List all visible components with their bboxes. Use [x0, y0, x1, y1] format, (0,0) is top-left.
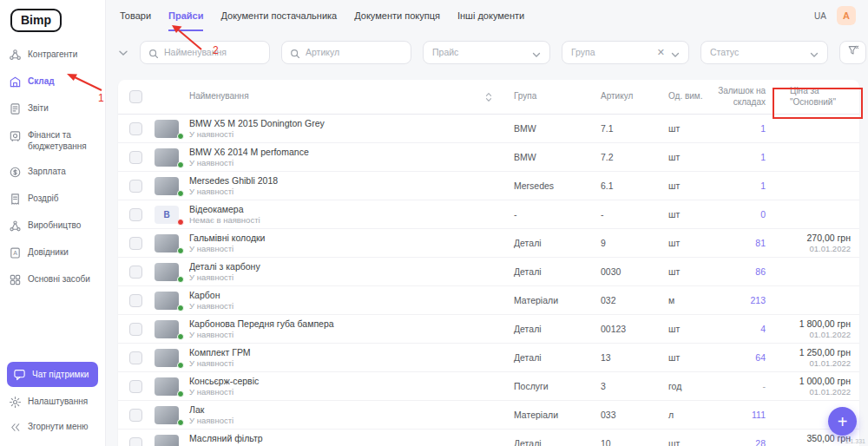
table-row[interactable]: Лак У наявності Матеріали 033 л 111: [118, 401, 859, 430]
table-row[interactable]: B Відеокамера Немає в наявності - - шт 0: [118, 200, 859, 229]
column-header-sku[interactable]: Артикул: [594, 91, 661, 102]
table-row[interactable]: Деталі з карбону У наявності Деталі 0030…: [118, 258, 859, 286]
column-header-name[interactable]: Найменування: [189, 91, 249, 102]
row-checkbox[interactable]: [129, 351, 142, 364]
chat-support-button[interactable]: Чат підтримки: [7, 362, 98, 387]
filters-collapse-chevron-icon[interactable]: [118, 44, 128, 60]
sidebar-item-label: Контрагенти: [28, 49, 77, 61]
sidebar-item-finance[interactable]: Фінанси та бюджетування: [7, 127, 98, 155]
product-unit: шт: [661, 209, 710, 220]
stock-link[interactable]: 4: [760, 324, 766, 334]
filter-bar: Прайс Група ✕ Статус: [106, 40, 861, 64]
product-thumbnail: [155, 406, 179, 424]
language-switcher[interactable]: UA: [814, 11, 826, 21]
sidebar-item-salary[interactable]: Зарплата: [7, 163, 98, 182]
select-all-checkbox[interactable]: [129, 90, 142, 103]
table-row[interactable]: BMW X5 M 2015 Donington Grey У наявності…: [118, 115, 859, 143]
sidebar-item-label: Згорнути меню: [28, 422, 89, 433]
product-group: Матеріали: [507, 295, 594, 305]
clear-group-icon[interactable]: ✕: [657, 48, 665, 57]
row-checkbox[interactable]: [129, 122, 142, 135]
column-header-price[interactable]: Ціна за "Основний": [776, 86, 859, 108]
chevron-down-icon: [532, 49, 541, 56]
column-header-stock[interactable]: Залишок на складах: [710, 86, 776, 108]
price-select[interactable]: Прайс: [423, 41, 550, 64]
collapse-menu-button[interactable]: Згорнути меню: [7, 418, 98, 437]
row-checkbox[interactable]: [129, 266, 142, 279]
sidebar-item-retail[interactable]: Роздріб: [7, 190, 98, 209]
stock-link[interactable]: 1: [760, 123, 766, 134]
tab-buyer-documents[interactable]: Документи покупця: [354, 0, 440, 31]
add-button[interactable]: +: [828, 407, 857, 436]
row-checkbox[interactable]: [129, 294, 142, 307]
product-group: Послуги: [507, 381, 594, 391]
clear-filters-button[interactable]: [839, 41, 866, 64]
tab-other-documents[interactable]: Інші документи: [457, 0, 524, 31]
product-name: Mersedes Ghibli 2018: [189, 175, 493, 186]
table-row[interactable]: Карбон У наявності Матеріали 032 м 213: [118, 286, 859, 315]
thumb-cell: [153, 349, 182, 367]
stock-link[interactable]: 0: [760, 209, 766, 220]
row-checkbox[interactable]: [129, 380, 142, 393]
row-checkbox[interactable]: [129, 409, 142, 422]
tab-supplier-documents[interactable]: Документи постачальника: [220, 0, 337, 31]
product-name: Масляний фільтр: [189, 433, 493, 443]
status-select[interactable]: Статус: [700, 41, 828, 64]
table-body: BMW X5 M 2015 Donington Grey У наявності…: [118, 115, 859, 446]
stock-link[interactable]: 1: [760, 152, 766, 162]
group-select[interactable]: Група ✕: [562, 41, 689, 64]
stock-link[interactable]: 111: [752, 410, 766, 420]
product-name: Відеокамера: [189, 204, 493, 214]
sidebar-item-production[interactable]: Виробництво: [7, 217, 98, 236]
chat-support-label: Чат підтримки: [32, 370, 89, 379]
tab-prices[interactable]: Прайси: [168, 0, 203, 31]
table-row[interactable]: Консьєрж-сервіс У наявності Послуги 3 го…: [118, 372, 859, 401]
sidebar-item-label: Основні засоби: [28, 274, 90, 285]
sidebar-item-fixed-assets[interactable]: Основні засоби: [7, 271, 98, 290]
column-header-unit[interactable]: Од. вим.: [661, 91, 710, 102]
product-status: Немає в наявності: [189, 215, 493, 225]
sidebar-item-directories[interactable]: A Довідники: [7, 244, 98, 263]
stock-link[interactable]: 81: [755, 238, 766, 248]
sidebar-item-label: Виробництво: [28, 220, 81, 232]
stock-link[interactable]: 86: [755, 266, 766, 277]
column-header-group[interactable]: Група: [507, 91, 594, 102]
product-thumbnail: [155, 349, 179, 367]
stock-link[interactable]: 64: [755, 352, 766, 363]
sidebar-item-reports[interactable]: Звіти: [7, 100, 98, 119]
row-checkbox[interactable]: [129, 237, 142, 250]
avatar[interactable]: A: [837, 6, 856, 25]
row-checkbox[interactable]: [129, 437, 142, 446]
name-search-input[interactable]: [164, 47, 261, 57]
sidebar-item-contractors[interactable]: Контрагенти: [7, 46, 98, 65]
stock-link[interactable]: 213: [750, 295, 766, 305]
row-checkbox[interactable]: [129, 208, 142, 221]
sidebar-item-settings[interactable]: Налаштування: [7, 393, 98, 412]
table-row[interactable]: Гальмівні колодки У наявності Деталі 9 ш…: [118, 229, 859, 258]
row-checkbox[interactable]: [129, 180, 142, 193]
stock-link[interactable]: 28: [755, 438, 766, 446]
search-icon: [290, 47, 300, 57]
product-sku: 10: [594, 438, 661, 446]
product-unit: год: [661, 381, 710, 391]
product-group: Mersedes: [507, 180, 594, 191]
row-checkbox[interactable]: [129, 323, 142, 336]
sidebar-item-warehouse[interactable]: Склад: [7, 73, 98, 92]
table-row[interactable]: BMW X6 2014 M perfomance У наявності BMW…: [118, 143, 859, 172]
assets-grid-icon: [9, 273, 22, 286]
sku-search-input[interactable]: [306, 47, 403, 57]
tab-goods[interactable]: Товари: [120, 0, 151, 31]
product-group: -: [507, 209, 594, 220]
sort-icon[interactable]: [484, 92, 493, 102]
contacts-icon: [9, 49, 22, 62]
row-checkbox[interactable]: [129, 151, 142, 164]
table-row[interactable]: Mersedes Ghibli 2018 У наявності Mersede…: [118, 172, 859, 200]
app-logo[interactable]: Bimp: [10, 9, 62, 32]
sku-search-box: [281, 41, 411, 64]
stock-link[interactable]: 1: [760, 180, 766, 191]
table-row[interactable]: Масляний фільтр У наявності Деталі 10 шт…: [118, 430, 859, 446]
table-row[interactable]: Комплект ГРМ У наявності Деталі 13 шт 64…: [118, 344, 859, 372]
stock-link[interactable]: -: [763, 381, 766, 391]
sidebar-item-label: Фінанси та бюджетування: [28, 130, 96, 152]
table-row[interactable]: Карбонова Передня губа бампера У наявнос…: [118, 315, 859, 344]
